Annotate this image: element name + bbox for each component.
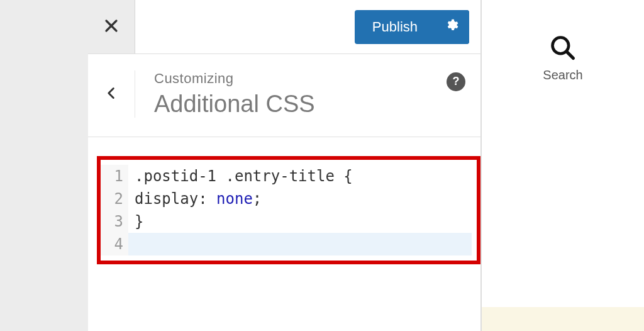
back-button[interactable] — [88, 70, 135, 118]
code-line[interactable]: .postid-1 .entry-title { — [135, 165, 472, 188]
preview-bottom-band — [482, 307, 644, 331]
customizer-panel: Publish Customizing Additional CSS — [88, 0, 481, 331]
search-button[interactable]: Search — [482, 34, 644, 82]
code-token-punc: { — [343, 165, 352, 188]
publish-label: Publish — [355, 10, 433, 44]
code-token-punc: ; — [253, 188, 262, 210]
top-bar: Publish — [88, 0, 480, 54]
search-label: Search — [543, 68, 582, 82]
publish-cell: Publish — [355, 0, 480, 53]
search-icon — [549, 34, 577, 64]
code-token-prop: display — [135, 188, 198, 210]
code-token-sel: .postid-1 .entry-title — [135, 165, 343, 188]
chevron-left-icon — [105, 84, 118, 104]
code-token-val: none — [216, 188, 253, 210]
section-titles: Customizing Additional CSS — [135, 70, 447, 118]
panel-body: 1234 .postid-1 .entry-title {display: no… — [88, 137, 480, 331]
publish-button[interactable]: Publish — [355, 10, 469, 44]
app-root: Publish Customizing Additional CSS — [0, 0, 644, 331]
code-line[interactable] — [128, 233, 472, 255]
top-bar-spacer — [135, 0, 355, 53]
publish-settings-button[interactable] — [433, 10, 469, 44]
code-lines[interactable]: .postid-1 .entry-title {display: none;} — [128, 165, 472, 255]
close-button[interactable] — [88, 0, 135, 53]
help-button[interactable]: ? — [447, 72, 465, 91]
preview-pane: Search — [481, 0, 644, 331]
code-highlight-box: 1234 .postid-1 .entry-title {display: no… — [97, 156, 480, 264]
line-number: 2 — [101, 188, 123, 210]
code-token-punc: } — [135, 210, 143, 233]
close-icon — [104, 18, 119, 36]
line-number: 3 — [101, 210, 123, 233]
code-editor[interactable]: 1234 .postid-1 .entry-title {display: no… — [101, 165, 472, 255]
line-number: 4 — [101, 233, 123, 255]
section-header: Customizing Additional CSS ? — [88, 54, 480, 137]
gear-icon — [445, 18, 458, 36]
code-token-punc: : — [198, 188, 216, 210]
left-gutter — [0, 0, 88, 331]
help-icon: ? — [453, 75, 460, 88]
line-number-gutter: 1234 — [101, 165, 128, 255]
section-eyebrow: Customizing — [154, 70, 447, 87]
code-line[interactable]: } — [135, 210, 472, 233]
code-line[interactable]: display: none; — [135, 188, 472, 210]
line-number: 1 — [101, 165, 123, 188]
section-title: Additional CSS — [154, 91, 447, 118]
